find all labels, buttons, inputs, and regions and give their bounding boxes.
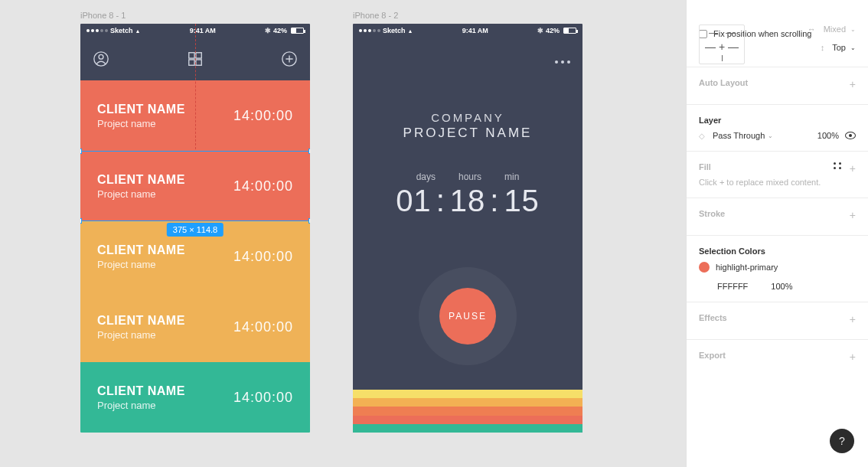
wifi-icon <box>135 27 141 34</box>
vertical-constraint-dropdown[interactable]: Top ⌄ <box>821 43 856 52</box>
status-time: 9:41 AM <box>462 27 488 34</box>
add-effect-icon[interactable]: + <box>850 313 856 325</box>
row-time: 14:00:00 <box>233 319 293 335</box>
add-auto-layout-icon[interactable]: + <box>850 78 856 90</box>
color-style-name[interactable]: highlight-primary <box>716 263 778 272</box>
client-name: CLIENT NAME <box>97 384 185 398</box>
chevron-down-icon: ⌄ <box>850 44 856 51</box>
resize-handle[interactable] <box>80 149 82 154</box>
client-name: CLIENT NAME <box>97 314 185 328</box>
horizontal-icon <box>808 24 819 34</box>
effects-section: + Effects <box>687 302 868 340</box>
selection-outline[interactable] <box>80 151 310 221</box>
digits-min: 15 <box>504 184 540 218</box>
signal-dots-icon <box>359 29 380 32</box>
project-row[interactable]: CLIENT NAMEProject name 14:00:00 <box>80 292 310 362</box>
add-stroke-icon[interactable]: + <box>850 209 856 221</box>
frame-iphone-1[interactable]: Sketch 9:41 AM ✱ 42% CLIENT NAME <box>80 24 310 433</box>
add-fill-icon[interactable]: + <box>850 162 856 175</box>
vertical-icon <box>821 43 828 52</box>
project-label: PROJECT NAME <box>353 126 582 141</box>
bluetooth-icon: ✱ <box>537 27 543 34</box>
client-name: CLIENT NAME <box>97 103 185 116</box>
chevron-down-icon: ⌄ <box>850 26 856 33</box>
color-swatch[interactable] <box>699 262 710 273</box>
layer-title: Layer <box>699 116 856 125</box>
project-name: Project name <box>97 118 185 129</box>
resize-handle[interactable] <box>308 218 310 224</box>
row-time: 14:00:00 <box>233 390 293 406</box>
frame-iphone-2[interactable]: Sketch 9:41 AM ✱ 42% COMPANY PROJECT NAM… <box>353 24 582 433</box>
company-label: COMPANY <box>353 38 582 124</box>
pause-ring: PAUSE <box>419 267 517 365</box>
fill-title: Fill <box>699 162 856 171</box>
battery-pct: 42% <box>546 27 560 34</box>
carrier-label: Sketch <box>383 27 406 34</box>
project-name: Project name <box>97 400 185 411</box>
design-panel: — — — + — Mixed ⌄ Top ⌄ Fix position whe… <box>686 0 868 467</box>
color-hex[interactable]: FFFFFF <box>717 282 748 291</box>
dimension-badge: 375 × 114.8 <box>167 223 224 237</box>
project-row[interactable]: CLIENT NAMEProject name 14:00:00 <box>80 362 310 433</box>
fill-section: + Fill Click + to replace mixed content. <box>687 152 868 198</box>
visibility-toggle-icon[interactable] <box>845 132 856 139</box>
horizontal-constraint-dropdown[interactable]: Mixed ⌄ <box>808 24 856 34</box>
color-opacity[interactable]: 100% <box>771 282 792 291</box>
blend-mode-dropdown[interactable]: Pass Through ⌄ <box>699 131 773 140</box>
svg-rect-3 <box>196 53 201 58</box>
add-icon[interactable] <box>281 51 298 67</box>
svg-rect-4 <box>189 60 194 65</box>
unit-min: min <box>504 171 519 182</box>
battery-icon <box>289 28 304 34</box>
chevron-down-icon: ⌄ <box>768 132 773 139</box>
auto-layout-section: + Auto Layout <box>687 67 868 105</box>
effects-title: Effects <box>699 313 856 322</box>
status-bar: Sketch 9:41 AM ✱ 42% <box>353 24 582 38</box>
project-name: Project name <box>97 259 185 270</box>
stroke-section: + Stroke <box>687 198 868 236</box>
color-stripes <box>353 390 582 433</box>
status-time: 9:41 AM <box>190 27 216 34</box>
bluetooth-icon: ✱ <box>265 27 271 34</box>
alignment-guide <box>195 24 196 149</box>
unit-hours: hours <box>458 171 481 182</box>
battery-icon <box>562 28 576 34</box>
layer-opacity-input[interactable]: 100% <box>817 131 839 140</box>
svg-rect-5 <box>196 60 201 65</box>
signal-dots-icon <box>86 29 108 32</box>
wifi-icon <box>408 27 413 34</box>
resize-handle[interactable] <box>308 149 310 154</box>
svg-point-1 <box>99 54 103 59</box>
resize-handle[interactable] <box>80 218 82 224</box>
fill-styles-icon[interactable] <box>834 162 842 169</box>
frame-label-1[interactable]: iPhone 8 - 1 <box>80 11 126 20</box>
timer-digits: 01: 18: 15 <box>353 184 582 218</box>
digits-hours: 18 <box>450 184 486 218</box>
design-canvas[interactable]: iPhone 8 - 1 Sketch 9:41 AM ✱ 42% <box>0 0 686 467</box>
svg-rect-2 <box>189 53 194 58</box>
unit-days: days <box>416 171 436 182</box>
add-export-icon[interactable]: + <box>850 351 856 363</box>
alignment-crosshair[interactable]: — — — + — <box>699 24 745 64</box>
pause-button[interactable]: PAUSE <box>439 288 496 345</box>
client-name: CLIENT NAME <box>97 243 185 257</box>
timer-units: days hours min <box>353 171 582 182</box>
frame-label-2[interactable]: iPhone 8 - 2 <box>353 11 398 20</box>
battery-pct: 42% <box>273 27 287 34</box>
selection-colors-section: Selection Colors highlight-primary FFFFF… <box>687 236 868 302</box>
export-section: + Export <box>687 340 868 377</box>
timer-screen: COMPANY PROJECT NAME days hours min 01: … <box>353 38 582 433</box>
help-button[interactable]: ? <box>830 429 854 453</box>
selection-colors-title: Selection Colors <box>699 247 856 256</box>
row-time: 14:00:00 <box>233 108 293 124</box>
droplet-icon <box>699 131 710 140</box>
profile-icon[interactable] <box>93 51 109 67</box>
stroke-title: Stroke <box>699 209 856 218</box>
layer-section: Layer Pass Through ⌄ 100% <box>687 105 868 152</box>
carrier-label: Sketch <box>110 27 133 34</box>
project-name: Project name <box>97 329 185 341</box>
constraints-section: — — — + — Mixed ⌄ Top ⌄ Fix position whe… <box>687 29 868 67</box>
fill-hint: Click + to replace mixed content. <box>699 178 856 187</box>
auto-layout-title: Auto Layout <box>699 78 856 87</box>
export-title: Export <box>699 351 856 360</box>
